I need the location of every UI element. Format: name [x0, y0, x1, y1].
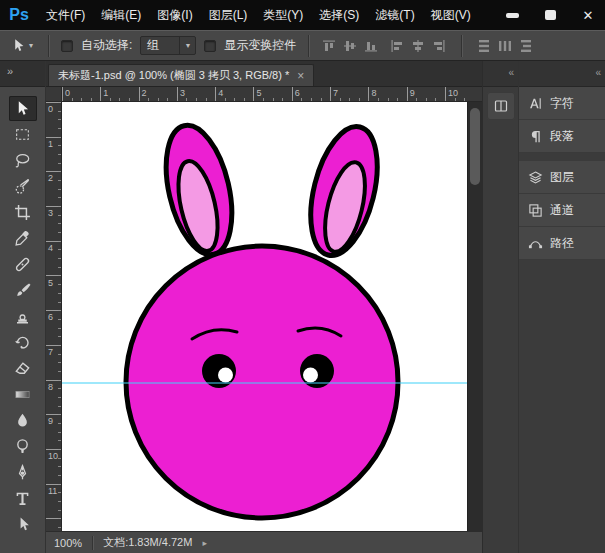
v-ruler-number: 7: [48, 348, 53, 357]
paragraph-icon: [528, 129, 543, 144]
ruler-corner: [46, 87, 62, 102]
align-left-edges-button[interactable]: [389, 38, 405, 54]
v-ruler-number: 4: [48, 244, 53, 253]
horizontal-ruler: 012345678910: [62, 87, 467, 102]
align-top-edges-button[interactable]: [321, 38, 337, 54]
document-size-info: 文档:1.83M/4.72M: [103, 535, 192, 550]
character-icon: [528, 96, 543, 111]
collapse-tools-icon[interactable]: »: [0, 61, 45, 87]
group-dropdown[interactable]: 组 ▼: [140, 36, 196, 55]
align-right-edges-button[interactable]: [431, 38, 447, 54]
v-ruler-number: 1: [48, 140, 53, 149]
quick-selection-icon: [14, 178, 31, 195]
window-controls: ✕: [501, 0, 599, 30]
panel-label: 字符: [550, 95, 574, 112]
panel-button-paths[interactable]: 路径: [519, 227, 605, 260]
show-transform-label: 显示变换控件: [224, 37, 296, 54]
maximize-button[interactable]: [539, 6, 561, 24]
blur-tool[interactable]: [9, 408, 37, 433]
lasso-icon: [14, 152, 31, 169]
v-ruler-number: 9: [48, 417, 53, 426]
panel-label: 图层: [550, 169, 574, 186]
clone-stamp-tool[interactable]: [9, 304, 37, 329]
move-tool-icon: [11, 38, 26, 53]
eyedropper-tool[interactable]: [9, 226, 37, 251]
path-selection-tool[interactable]: [9, 512, 37, 537]
panel-button-channels[interactable]: 通道: [519, 194, 605, 227]
menu-edit[interactable]: 编辑(E): [93, 0, 149, 30]
panel-button-layers[interactable]: 图层: [519, 161, 605, 194]
pen-icon: [14, 464, 31, 481]
panel-button-character[interactable]: 字符: [519, 87, 605, 120]
status-bar: 100% 文档:1.83M/4.72M ▸: [46, 531, 482, 553]
minimize-button[interactable]: [501, 6, 523, 24]
history-brush-icon: [14, 334, 31, 351]
history-brush-tool[interactable]: [9, 330, 37, 355]
tab-close-icon[interactable]: ×: [297, 70, 304, 82]
status-divider: [92, 536, 93, 550]
align-buttons: [321, 35, 534, 57]
rectangular-marquee-tool[interactable]: [9, 122, 37, 147]
spot-healing-brush-tool[interactable]: [9, 252, 37, 277]
paths-icon: [528, 236, 543, 251]
move-tool[interactable]: [9, 96, 37, 121]
panel-buttons: 字符段落图层通道路径: [519, 87, 605, 260]
menu-view[interactable]: 视图(V): [423, 0, 479, 30]
collapsed-panel-button[interactable]: [487, 92, 515, 120]
type-icon: [14, 490, 31, 507]
quick-selection-tool[interactable]: [9, 174, 37, 199]
menu-type[interactable]: 类型(Y): [255, 0, 311, 30]
collapse-dock-icon[interactable]: «: [519, 61, 605, 87]
show-transform-checkbox[interactable]: [204, 40, 216, 52]
eraser-tool[interactable]: [9, 356, 37, 381]
canvas[interactable]: Th: [62, 102, 467, 531]
pen-tool[interactable]: [9, 460, 37, 485]
menu-file[interactable]: 文件(F): [38, 0, 93, 30]
v-ruler-number: 3: [48, 209, 53, 218]
h-ruler-number: 1: [103, 89, 108, 98]
tool-preset-picker[interactable]: ▾: [8, 36, 36, 55]
watermark-text: Th: [158, 435, 194, 466]
crop-icon: [14, 204, 31, 221]
right-panel-dock: « « 字符段落图层通道路径: [482, 61, 605, 553]
collapse-dock-icon[interactable]: «: [483, 61, 518, 87]
brush-icon: [14, 282, 31, 299]
h-ruler-number: 0: [65, 89, 70, 98]
menu-filter[interactable]: 滤镜(T): [367, 0, 422, 30]
panel-label: 段落: [550, 128, 574, 145]
vertical-ruler: 01234567891011: [46, 102, 62, 531]
h-ruler-number: 9: [410, 89, 415, 98]
align-bottom-edges-button[interactable]: [363, 38, 379, 54]
h-ruler-number: 4: [218, 89, 223, 98]
menu-bar: Ps 文件(F)编辑(E)图像(I)图层(L)类型(Y)选择(S)滤镜(T)视图…: [0, 0, 605, 30]
menu-image[interactable]: 图像(I): [149, 0, 200, 30]
brush-tool[interactable]: [9, 278, 37, 303]
menu-select[interactable]: 选择(S): [311, 0, 367, 30]
head: [126, 246, 398, 518]
crop-tool[interactable]: [9, 200, 37, 225]
document-area: 未标题-1.psd @ 100% (椭圆 3 拷贝 3, RGB/8) * × …: [46, 61, 482, 553]
document-tab[interactable]: 未标题-1.psd @ 100% (椭圆 3 拷贝 3, RGB/8) * ×: [48, 64, 314, 86]
distribute-horizontal-centers-button[interactable]: [497, 38, 513, 54]
options-separator: [461, 35, 462, 57]
gradient-tool[interactable]: [9, 382, 37, 407]
zoom-level-field[interactable]: 100%: [54, 537, 82, 549]
close-button[interactable]: ✕: [577, 6, 599, 24]
type-tool[interactable]: [9, 486, 37, 511]
distribute-right-edges-button[interactable]: [518, 38, 534, 54]
status-menu-arrow-icon[interactable]: ▸: [202, 538, 207, 548]
eraser-icon: [14, 360, 31, 377]
align-vertical-centers-button[interactable]: [342, 38, 358, 54]
scrollbar-corner: [467, 87, 482, 102]
distribute-left-edges-button[interactable]: [476, 38, 492, 54]
scrollbar-thumb[interactable]: [470, 108, 480, 185]
vertical-scrollbar[interactable]: [467, 102, 482, 531]
auto-select-checkbox[interactable]: [61, 40, 73, 52]
panel-button-paragraph[interactable]: 段落: [519, 120, 605, 153]
dodge-tool[interactable]: [9, 434, 37, 459]
align-horizontal-centers-button[interactable]: [410, 38, 426, 54]
spot-healing-brush-icon: [14, 256, 31, 273]
h-ruler-number: 3: [180, 89, 185, 98]
lasso-tool[interactable]: [9, 148, 37, 173]
menu-layer[interactable]: 图层(L): [201, 0, 256, 30]
